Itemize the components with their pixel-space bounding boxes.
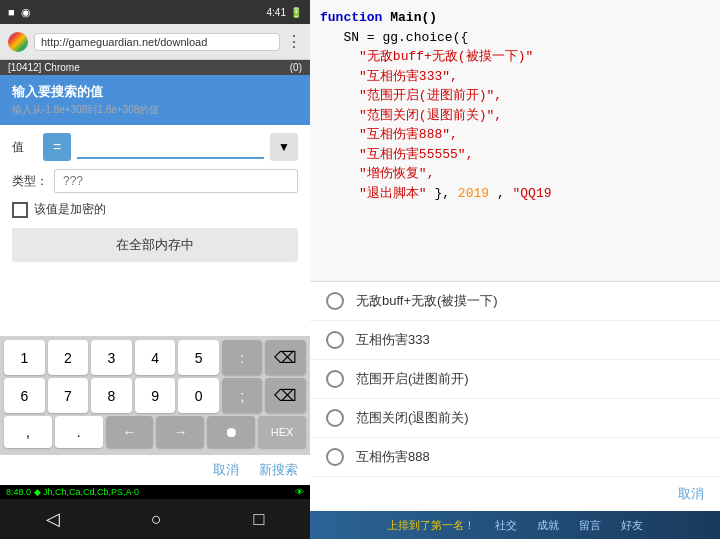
value-row: 值 = ▼ — [12, 133, 298, 161]
key-left-arrow[interactable]: ← — [106, 416, 154, 448]
radio-1[interactable] — [326, 292, 344, 310]
key-hex[interactable]: HEX — [258, 416, 306, 448]
key-dot[interactable]: . — [55, 416, 103, 448]
gg-label: [10412] Chrome — [8, 62, 80, 73]
code-line-5: "范围开启(进图前开)", — [320, 86, 710, 106]
keyword-function: function — [320, 10, 382, 25]
game-bar: 上排到了第一名！ 社交 成就 留言 好友 — [310, 511, 720, 539]
choice-item-4[interactable]: 范围关闭(退图前关) — [310, 399, 720, 438]
new-search-button[interactable]: 新搜索 — [259, 461, 298, 479]
left-panel: ■ ◉ 4:41 🔋 http://gameguardian.net/downl… — [0, 0, 310, 539]
key-6[interactable]: 6 — [4, 378, 45, 413]
search-all-button[interactable]: 在全部内存中 — [12, 228, 298, 262]
game-bar-friends: 好友 — [621, 518, 643, 533]
status-bar-left: ■ ◉ — [8, 6, 31, 19]
code-str-7: "增伤恢复", — [359, 166, 434, 181]
key-7[interactable]: 7 — [48, 378, 89, 413]
dialog-actions: 取消 新搜索 — [0, 455, 310, 485]
key-8[interactable]: 8 — [91, 378, 132, 413]
status-icon-1: ■ — [8, 6, 15, 18]
browser-menu-icon[interactable]: ⋮ — [286, 32, 302, 51]
eye-icon: 👁 — [295, 487, 304, 497]
bottom-info-bar: 8:48.0 ◆ Jh,Ch,Ca,Cd,Cb,PS,A·0 👁 — [0, 485, 310, 499]
code-comma: , — [497, 186, 513, 201]
game-bar-achievement: 成就 — [537, 518, 559, 533]
choice-text-3: 范围开启(进图前开) — [356, 370, 469, 388]
radio-3[interactable] — [326, 370, 344, 388]
status-time: 4:41 — [267, 7, 286, 18]
home-button[interactable]: ○ — [131, 501, 182, 538]
status-icon-2: ◉ — [21, 6, 31, 19]
nav-bar: ◁ ○ □ — [0, 499, 310, 539]
code-line-1: function Main() — [320, 8, 710, 28]
cancel-button[interactable]: 取消 — [213, 461, 239, 479]
recent-button[interactable]: □ — [233, 501, 284, 538]
numpad-row-3: , . ← → ⏺ HEX — [4, 416, 306, 448]
code-indent-5 — [320, 88, 351, 103]
key-5[interactable]: 5 — [178, 340, 219, 375]
choice-text-5: 互相伤害888 — [356, 448, 430, 466]
code-str-5: "互相伤害888", — [359, 127, 458, 142]
backspace-key-2[interactable]: ⌫ — [265, 378, 306, 413]
type-input[interactable] — [54, 169, 298, 193]
browser-bar: http://gameguardian.net/download ⋮ — [0, 24, 310, 60]
radio-4[interactable] — [326, 409, 344, 427]
code-line-2: SN = gg.choice({ — [320, 28, 710, 48]
choice-text-1: 无敌buff+无敌(被摸一下) — [356, 292, 498, 310]
equals-button[interactable]: = — [43, 133, 71, 161]
key-comma[interactable]: , — [4, 416, 52, 448]
type-label: 类型： — [12, 173, 48, 190]
dialog-subtitle: 输入从-1.8e+308到1.8e+308的值 — [12, 104, 159, 115]
code-indent-6 — [320, 108, 351, 123]
address-bar[interactable]: http://gameguardian.net/download — [34, 33, 280, 51]
code-str-3: "范围开启(进图前开)", — [359, 88, 502, 103]
back-button[interactable]: ◁ — [26, 500, 80, 538]
encrypted-checkbox[interactable] — [12, 202, 28, 218]
choice-text-2: 互相伤害333 — [356, 331, 430, 349]
gg-indicator: (0) — [290, 62, 302, 73]
backspace-key-1[interactable]: ⌫ — [265, 340, 306, 375]
key-0[interactable]: 0 — [178, 378, 219, 413]
radio-2[interactable] — [326, 331, 344, 349]
bottom-info-text: 8:48.0 ◆ Jh,Ch,Ca,Cd,Cb,PS,A·0 — [6, 487, 139, 497]
dropdown-button[interactable]: ▼ — [270, 133, 298, 161]
key-2[interactable]: 2 — [48, 340, 89, 375]
code-sn: SN = gg.choice({ — [343, 30, 468, 45]
checkbox-label: 该值是加密的 — [34, 201, 106, 218]
choice-item-5[interactable]: 互相伤害888 — [310, 438, 720, 477]
key-history[interactable]: ⏺ — [207, 416, 255, 448]
code-str-1: "无敌buff+无敌(被摸一下)" — [359, 49, 533, 64]
status-bar-right: 4:41 🔋 — [267, 7, 302, 18]
status-bar: ■ ◉ 4:41 🔋 — [0, 0, 310, 24]
code-indent-9 — [320, 166, 351, 181]
code-str-2: "互相伤害333", — [359, 69, 458, 84]
radio-5[interactable] — [326, 448, 344, 466]
code-line-10: "退出脚本" }, 2019 , "QQ19 — [320, 184, 710, 204]
choice-footer: 取消 — [310, 477, 720, 511]
code-line-6: "范围关闭(退图前关)", — [320, 106, 710, 126]
key-1[interactable]: 1 — [4, 340, 45, 375]
choice-item-1[interactable]: 无敌buff+无敌(被摸一下) — [310, 282, 720, 321]
choice-item-3[interactable]: 范围开启(进图前开) — [310, 360, 720, 399]
code-indent-2 — [320, 30, 336, 45]
right-panel: function Main() SN = gg.choice({ "无敌buff… — [310, 0, 720, 539]
choice-cancel-button[interactable]: 取消 — [678, 485, 704, 503]
numpad-row-1: 1 2 3 4 5 : ⌫ — [4, 340, 306, 375]
key-9[interactable]: 9 — [135, 378, 176, 413]
key-semicolon[interactable]: ; — [222, 378, 263, 413]
battery-icon: 🔋 — [290, 7, 302, 18]
key-colon[interactable]: : — [222, 340, 263, 375]
type-row: 类型： — [12, 169, 298, 193]
value-input[interactable] — [77, 135, 264, 159]
key-3[interactable]: 3 — [91, 340, 132, 375]
code-indent-3 — [320, 49, 351, 64]
code-line-8: "互相伤害55555", — [320, 145, 710, 165]
numpad-row-2: 6 7 8 9 0 ; ⌫ — [4, 378, 306, 413]
choice-item-2[interactable]: 互相伤害333 — [310, 321, 720, 360]
key-right-arrow[interactable]: → — [156, 416, 204, 448]
choice-dialog: 无敌buff+无敌(被摸一下) 互相伤害333 范围开启(进图前开) 范围关闭(… — [310, 281, 720, 511]
code-str-9: "QQ19 — [513, 186, 552, 201]
code-line-3: "无敌buff+无敌(被摸一下)" — [320, 47, 710, 67]
key-4[interactable]: 4 — [135, 340, 176, 375]
game-bar-rank: 上排到了第一名！ — [387, 518, 475, 533]
